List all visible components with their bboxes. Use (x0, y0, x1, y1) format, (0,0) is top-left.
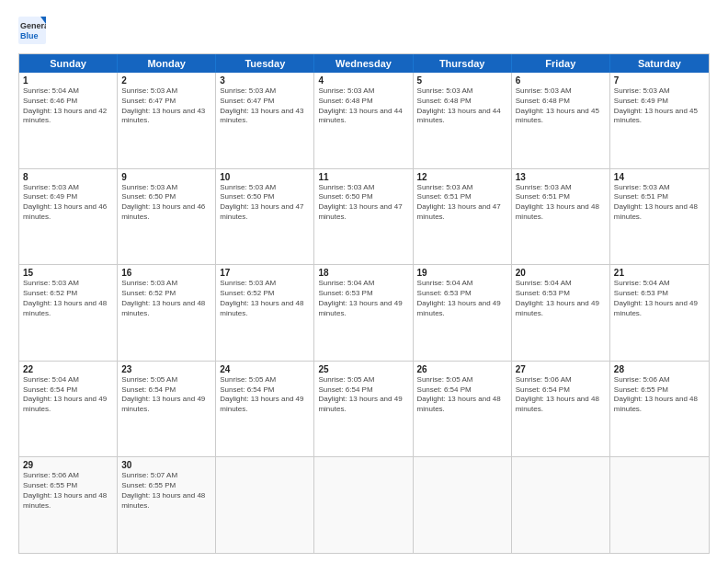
day-number: 8 (23, 172, 113, 182)
day-number: 9 (121, 172, 211, 182)
day-info: Sunrise: 5:03 AMSunset: 6:51 PMDaylight:… (417, 183, 507, 223)
day-number: 10 (220, 172, 310, 182)
weekday-header: Tuesday (216, 54, 314, 73)
weekday-header: Wednesday (314, 54, 413, 73)
day-number: 3 (220, 75, 310, 86)
day-number: 15 (23, 268, 113, 278)
calendar-cell: 4Sunrise: 5:03 AMSunset: 6:48 PMDaylight… (314, 73, 413, 168)
day-number: 13 (516, 172, 606, 182)
svg-text:Blue: Blue (20, 31, 39, 40)
day-number: 17 (220, 268, 310, 278)
calendar-cell: 19Sunrise: 5:04 AMSunset: 6:53 PMDayligh… (414, 265, 512, 361)
day-info: Sunrise: 5:04 AMSunset: 6:54 PMDaylight:… (23, 375, 113, 415)
calendar-cell (314, 457, 413, 553)
day-info: Sunrise: 5:03 AMSunset: 6:50 PMDaylight:… (121, 183, 211, 223)
day-number: 29 (23, 460, 113, 470)
day-number: 4 (318, 75, 408, 86)
calendar-cell: 13Sunrise: 5:03 AMSunset: 6:51 PMDayligh… (512, 169, 610, 265)
day-number: 23 (121, 364, 211, 374)
day-number: 26 (417, 364, 507, 374)
day-number: 18 (318, 268, 408, 278)
calendar-row: 1Sunrise: 5:04 AMSunset: 6:46 PMDaylight… (19, 73, 709, 168)
day-info: Sunrise: 5:05 AMSunset: 6:54 PMDaylight:… (220, 375, 310, 415)
calendar-cell: 6Sunrise: 5:03 AMSunset: 6:48 PMDaylight… (512, 73, 610, 168)
day-number: 27 (516, 364, 606, 374)
calendar-cell: 30Sunrise: 5:07 AMSunset: 6:55 PMDayligh… (118, 457, 216, 553)
calendar-cell: 15Sunrise: 5:03 AMSunset: 6:52 PMDayligh… (19, 265, 118, 361)
page: General Blue SundayMondayTuesdayWednesda… (0, 0, 728, 563)
calendar: SundayMondayTuesdayWednesdayThursdayFrid… (18, 53, 710, 554)
day-info: Sunrise: 5:03 AMSunset: 6:51 PMDaylight:… (516, 183, 606, 223)
day-number: 24 (220, 364, 310, 374)
weekday-header: Friday (512, 54, 610, 73)
calendar-cell: 9Sunrise: 5:03 AMSunset: 6:50 PMDaylight… (118, 169, 216, 265)
calendar-cell: 10Sunrise: 5:03 AMSunset: 6:50 PMDayligh… (216, 169, 314, 265)
calendar-cell: 26Sunrise: 5:05 AMSunset: 6:54 PMDayligh… (414, 362, 512, 457)
day-number: 1 (23, 75, 113, 86)
day-info: Sunrise: 5:03 AMSunset: 6:50 PMDaylight:… (318, 183, 408, 223)
header: General Blue (18, 17, 710, 44)
day-info: Sunrise: 5:05 AMSunset: 6:54 PMDaylight:… (417, 375, 507, 415)
weekday-header: Sunday (19, 54, 118, 73)
day-info: Sunrise: 5:06 AMSunset: 6:54 PMDaylight:… (516, 375, 606, 415)
calendar-cell: 16Sunrise: 5:03 AMSunset: 6:52 PMDayligh… (118, 265, 216, 361)
calendar-cell: 14Sunrise: 5:03 AMSunset: 6:51 PMDayligh… (610, 169, 709, 265)
day-info: Sunrise: 5:03 AMSunset: 6:48 PMDaylight:… (417, 86, 507, 126)
day-number: 28 (614, 364, 705, 374)
day-number: 16 (121, 268, 211, 278)
day-number: 6 (516, 75, 606, 86)
day-info: Sunrise: 5:03 AMSunset: 6:48 PMDaylight:… (318, 86, 408, 126)
calendar-header: SundayMondayTuesdayWednesdayThursdayFrid… (19, 54, 709, 73)
day-info: Sunrise: 5:04 AMSunset: 6:53 PMDaylight:… (516, 279, 606, 318)
day-number: 7 (614, 75, 705, 86)
day-info: Sunrise: 5:04 AMSunset: 6:53 PMDaylight:… (417, 279, 507, 318)
day-number: 30 (121, 460, 211, 470)
calendar-row: 22Sunrise: 5:04 AMSunset: 6:54 PMDayligh… (19, 361, 709, 457)
calendar-cell: 28Sunrise: 5:06 AMSunset: 6:55 PMDayligh… (610, 362, 709, 457)
logo: General Blue (18, 17, 46, 44)
day-number: 22 (23, 364, 113, 374)
calendar-cell: 29Sunrise: 5:06 AMSunset: 6:55 PMDayligh… (19, 457, 118, 553)
day-number: 11 (318, 172, 408, 182)
calendar-cell: 24Sunrise: 5:05 AMSunset: 6:54 PMDayligh… (216, 362, 314, 457)
day-info: Sunrise: 5:03 AMSunset: 6:49 PMDaylight:… (23, 183, 113, 223)
calendar-cell: 11Sunrise: 5:03 AMSunset: 6:50 PMDayligh… (314, 169, 413, 265)
calendar-cell: 17Sunrise: 5:03 AMSunset: 6:52 PMDayligh… (216, 265, 314, 361)
calendar-cell (216, 457, 314, 553)
day-number: 5 (417, 75, 507, 86)
day-info: Sunrise: 5:06 AMSunset: 6:55 PMDaylight:… (23, 471, 113, 511)
day-number: 12 (417, 172, 507, 182)
day-info: Sunrise: 5:03 AMSunset: 6:51 PMDaylight:… (614, 183, 705, 223)
day-info: Sunrise: 5:03 AMSunset: 6:48 PMDaylight:… (516, 86, 606, 126)
weekday-header: Monday (118, 54, 216, 73)
day-info: Sunrise: 5:04 AMSunset: 6:46 PMDaylight:… (23, 86, 113, 126)
calendar-body: 1Sunrise: 5:04 AMSunset: 6:46 PMDaylight… (19, 73, 709, 553)
day-info: Sunrise: 5:03 AMSunset: 6:52 PMDaylight:… (23, 279, 113, 318)
day-number: 20 (516, 268, 606, 278)
calendar-cell: 8Sunrise: 5:03 AMSunset: 6:49 PMDaylight… (19, 169, 118, 265)
day-info: Sunrise: 5:04 AMSunset: 6:53 PMDaylight:… (614, 279, 705, 318)
calendar-cell: 12Sunrise: 5:03 AMSunset: 6:51 PMDayligh… (414, 169, 512, 265)
calendar-cell: 3Sunrise: 5:03 AMSunset: 6:47 PMDaylight… (216, 73, 314, 168)
day-info: Sunrise: 5:07 AMSunset: 6:55 PMDaylight:… (121, 471, 211, 511)
day-info: Sunrise: 5:03 AMSunset: 6:52 PMDaylight:… (220, 279, 310, 318)
calendar-cell: 27Sunrise: 5:06 AMSunset: 6:54 PMDayligh… (512, 362, 610, 457)
day-info: Sunrise: 5:03 AMSunset: 6:52 PMDaylight:… (121, 279, 211, 318)
weekday-header: Thursday (414, 54, 512, 73)
calendar-cell: 2Sunrise: 5:03 AMSunset: 6:47 PMDaylight… (118, 73, 216, 168)
day-info: Sunrise: 5:03 AMSunset: 6:50 PMDaylight:… (220, 183, 310, 223)
calendar-cell: 21Sunrise: 5:04 AMSunset: 6:53 PMDayligh… (610, 265, 709, 361)
day-info: Sunrise: 5:03 AMSunset: 6:49 PMDaylight:… (614, 86, 705, 126)
calendar-cell: 5Sunrise: 5:03 AMSunset: 6:48 PMDaylight… (414, 73, 512, 168)
day-number: 19 (417, 268, 507, 278)
calendar-cell: 20Sunrise: 5:04 AMSunset: 6:53 PMDayligh… (512, 265, 610, 361)
calendar-cell: 7Sunrise: 5:03 AMSunset: 6:49 PMDaylight… (610, 73, 709, 168)
calendar-row: 29Sunrise: 5:06 AMSunset: 6:55 PMDayligh… (19, 456, 709, 553)
calendar-cell (512, 457, 610, 553)
day-number: 2 (121, 75, 211, 86)
svg-text:General: General (20, 21, 46, 30)
day-info: Sunrise: 5:05 AMSunset: 6:54 PMDaylight:… (318, 375, 408, 415)
day-info: Sunrise: 5:06 AMSunset: 6:55 PMDaylight:… (614, 375, 705, 415)
calendar-cell: 22Sunrise: 5:04 AMSunset: 6:54 PMDayligh… (19, 362, 118, 457)
day-info: Sunrise: 5:05 AMSunset: 6:54 PMDaylight:… (121, 375, 211, 415)
